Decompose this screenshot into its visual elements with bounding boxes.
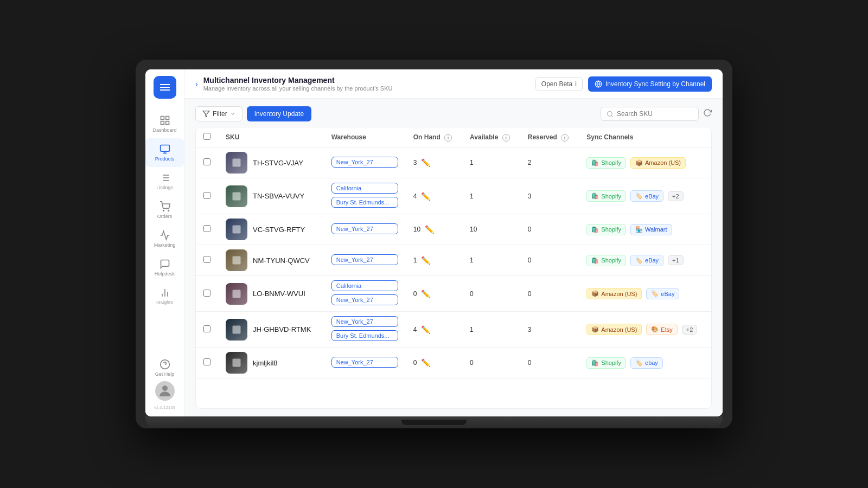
sync-button-label: Inventory Sync Setting by Channel	[605, 80, 705, 88]
channel-badge-shopify[interactable]: 🛍️Shopify	[586, 255, 626, 266]
channels-cell: 🛍️Shopify🏷️eBay+2	[586, 190, 704, 202]
edit-on-hand-icon[interactable]: ✏️	[421, 325, 430, 334]
channel-badge-etsy[interactable]: 🎨Etsy	[646, 324, 677, 335]
warehouse-tag[interactable]: California	[331, 280, 398, 291]
channel-badge-ebay[interactable]: 🏷️eBay	[646, 288, 679, 299]
on-hand-value: 10	[413, 226, 420, 233]
channel-badge-ebay[interactable]: 🏷️eBay	[630, 255, 663, 266]
header-checkbox-cell	[196, 127, 218, 147]
svg-rect-4	[160, 145, 169, 152]
header-sku: SKU	[218, 127, 324, 147]
warehouse-tag[interactable]: New_York_27	[331, 157, 398, 168]
open-beta-button[interactable]: Open Beta i	[535, 77, 583, 91]
row-checkbox[interactable]	[203, 290, 210, 297]
refresh-button[interactable]	[703, 108, 712, 119]
user-avatar[interactable]	[155, 381, 175, 401]
table-row: LO-BNMV-WVUI CaliforniaNew_York_27 0 ✏️ …	[196, 276, 711, 312]
channels-cell: 🛍️Shopify🏷️eBay+1	[586, 255, 704, 266]
warehouse-tag[interactable]: California	[331, 183, 398, 194]
search-input[interactable]	[617, 110, 693, 118]
sidebar-item-dashboard[interactable]: Dashboard	[145, 110, 184, 138]
inventory-update-button[interactable]: Inventory Update	[247, 106, 311, 121]
product-image	[226, 185, 247, 207]
reserved-info-icon[interactable]: i	[561, 134, 569, 142]
channel-badge-shopify[interactable]: 🛍️Shopify	[586, 224, 626, 235]
sidebar-item-helpdesk[interactable]: Helpdesk	[145, 253, 184, 282]
reserved-cell: 3	[520, 312, 579, 348]
row-checkbox[interactable]	[203, 225, 210, 232]
edit-on-hand-icon[interactable]: ✏️	[421, 192, 430, 201]
more-channels-badge[interactable]: +2	[682, 325, 698, 335]
more-channels-badge[interactable]: +2	[668, 191, 684, 201]
channel-badge-walmart[interactable]: 🏪Walmart	[630, 224, 672, 235]
main-content: › Multichannel Inventory Management Mana…	[184, 69, 723, 416]
get-help-button[interactable]: Get Help	[155, 359, 175, 377]
warehouse-cell: New_York_27	[331, 157, 398, 169]
channel-badge-amazon[interactable]: 📦Amazon (US)	[586, 324, 642, 335]
warehouse-tag[interactable]: Bury St. Edmunds...	[331, 330, 398, 341]
sidebar-item-orders[interactable]: Orders	[145, 196, 184, 224]
svg-point-13	[163, 210, 164, 211]
available-cell: 0	[462, 348, 520, 378]
sync-setting-button[interactable]: Inventory Sync Setting by Channel	[588, 76, 712, 92]
on-hand-cell: 0 ✏️	[413, 358, 455, 367]
edit-on-hand-icon[interactable]: ✏️	[421, 256, 430, 265]
on-hand-value: 4	[413, 326, 417, 333]
inventory-table: SKU Warehouse On Hand i Available i Rese…	[196, 127, 711, 378]
available-info-icon[interactable]: i	[502, 134, 510, 142]
svg-point-14	[168, 210, 169, 211]
on-hand-cell: 10 ✏️	[413, 225, 455, 234]
available-cell: 1	[462, 245, 520, 276]
on-hand-value: 4	[413, 192, 417, 200]
warehouse-tag[interactable]: New_York_27	[331, 316, 398, 327]
row-checkbox[interactable]	[203, 325, 210, 332]
channel-badge-ebay[interactable]: 🏷️eBay	[630, 190, 663, 202]
header-available: Available i	[462, 127, 520, 147]
warehouse-tag[interactable]: New_York_27	[331, 254, 398, 265]
channel-badge-shopify[interactable]: 🛍️Shopify	[586, 157, 626, 169]
svg-rect-30	[233, 290, 241, 298]
search-icon	[607, 111, 614, 118]
warehouse-cell: New_York_27	[331, 254, 398, 267]
select-all-checkbox[interactable]	[203, 133, 210, 140]
sidebar-bottom: Get Help v1.0.12139	[154, 359, 176, 410]
channel-badge-shopify[interactable]: 🛍️Shopify	[586, 357, 626, 369]
app-logo[interactable]	[154, 76, 176, 99]
sidebar-item-marketing[interactable]: Marketing	[145, 224, 184, 253]
product-image	[226, 352, 247, 374]
laptop-notch	[401, 420, 467, 425]
sidebar-item-products[interactable]: Products	[145, 138, 184, 167]
edit-on-hand-icon[interactable]: ✏️	[421, 158, 430, 167]
reserved-cell: 2	[520, 147, 579, 178]
warehouse-tag[interactable]: New_York_27	[331, 357, 398, 368]
product-image	[226, 319, 247, 341]
edit-on-hand-icon[interactable]: ✏️	[425, 225, 434, 234]
sidebar: Dashboard Products Listings Orders Marke…	[145, 69, 184, 416]
channel-badge-amazon[interactable]: 📦Amazon (US)	[630, 157, 686, 169]
on-hand-info-icon[interactable]: i	[444, 134, 452, 142]
svg-rect-3	[165, 121, 169, 125]
on-hand-cell: 3 ✏️	[413, 158, 455, 167]
channel-badge-amazon[interactable]: 📦Amazon (US)	[586, 288, 642, 299]
sidebar-item-insights[interactable]: Insights	[145, 282, 184, 311]
channel-badge-shopify[interactable]: 🛍️Shopify	[586, 190, 626, 202]
channel-badge-ebay-plain[interactable]: 🏷️ebay	[630, 357, 663, 369]
row-checkbox[interactable]	[203, 158, 210, 165]
edit-on-hand-icon[interactable]: ✏️	[421, 358, 430, 367]
sidebar-item-listings[interactable]: Listings	[145, 167, 184, 196]
header-title-block: Multichannel Inventory Management Manage…	[203, 76, 393, 92]
breadcrumb-arrow: ›	[195, 80, 198, 88]
warehouse-tag[interactable]: Bury St. Edmunds...	[331, 197, 398, 208]
more-channels-badge[interactable]: +1	[668, 255, 684, 265]
row-checkbox[interactable]	[203, 358, 210, 365]
row-checkbox[interactable]	[203, 256, 210, 263]
sku-value: NM-TYUN-QWCV	[253, 256, 310, 265]
warehouse-cell: New_York_27	[331, 357, 398, 369]
warehouse-tag[interactable]: New_York_27	[331, 294, 398, 305]
warehouse-tag[interactable]: New_York_27	[331, 223, 398, 234]
row-checkbox[interactable]	[203, 192, 210, 199]
edit-on-hand-icon[interactable]: ✏️	[421, 290, 430, 298]
filter-button[interactable]: Filter	[195, 106, 242, 121]
toolbar-right	[601, 107, 712, 121]
header-warehouse: Warehouse	[324, 127, 406, 147]
